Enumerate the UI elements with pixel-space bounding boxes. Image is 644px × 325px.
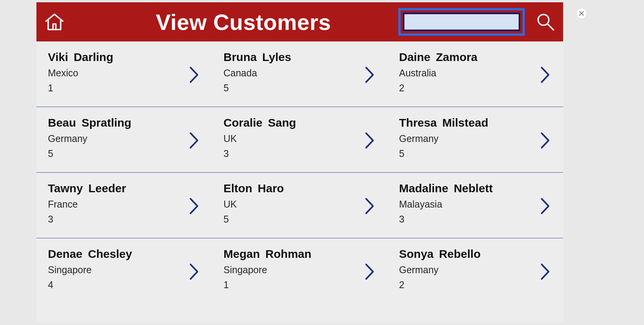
customer-country: UK <box>223 133 380 144</box>
customer-card[interactable]: Elton HaroUK5 <box>212 173 388 238</box>
chevron-right-icon[interactable] <box>188 263 200 280</box>
customer-name: Daine Zamora <box>399 51 555 64</box>
customer-name: Coralie Sang <box>223 116 380 129</box>
customer-row: Tawny LeederFrance3Elton HaroUK5Madaline… <box>36 173 563 238</box>
home-icon[interactable] <box>43 11 66 33</box>
app-window: View Customers Viki DarlingMexico1Bruna … <box>36 2 563 323</box>
customer-count: 1 <box>223 279 380 290</box>
customer-count: 2 <box>399 279 555 290</box>
customer-count: 3 <box>223 148 380 159</box>
customer-card[interactable]: Thresa MilsteadGermany5 <box>388 107 563 172</box>
customer-count: 1 <box>48 82 204 94</box>
customer-count: 5 <box>48 148 204 159</box>
chevron-right-icon[interactable] <box>364 132 375 149</box>
search-input[interactable] <box>404 14 519 30</box>
customer-card[interactable]: Megan RohmanSingapore1 <box>212 238 388 304</box>
chevron-right-icon[interactable] <box>188 132 200 149</box>
search-highlight <box>398 8 525 36</box>
customer-count: 5 <box>223 214 380 225</box>
customer-card[interactable]: Bruna LylesCanada5 <box>212 41 388 107</box>
customer-name: Madaline Neblett <box>399 182 555 195</box>
customer-country: Malayasia <box>399 199 555 210</box>
chevron-right-icon[interactable] <box>364 66 375 84</box>
chevron-right-icon[interactable] <box>364 197 375 215</box>
customer-card[interactable]: Coralie SangUK3 <box>212 107 388 172</box>
customer-count: 3 <box>399 214 555 225</box>
customer-count: 3 <box>48 214 204 225</box>
chevron-right-icon[interactable] <box>539 132 551 149</box>
chevron-right-icon[interactable] <box>364 263 375 280</box>
customer-country: Germany <box>399 264 555 276</box>
customer-row: Viki DarlingMexico1Bruna LylesCanada5Dai… <box>36 41 563 107</box>
customer-count: 5 <box>399 148 555 159</box>
customer-card[interactable]: Beau SpratlingGermany5 <box>36 107 212 172</box>
chevron-right-icon[interactable] <box>539 263 551 280</box>
customer-card[interactable]: Denae ChesleySingapore4 <box>36 238 212 304</box>
customer-name: Beau Spratling <box>48 116 204 129</box>
customer-card[interactable]: Viki DarlingMexico1 <box>36 41 212 107</box>
chevron-right-icon[interactable] <box>188 66 200 84</box>
customer-name: Tawny Leeder <box>48 182 204 195</box>
header-bar: View Customers <box>36 2 563 41</box>
page-title: View Customers <box>96 9 391 35</box>
customer-name: Bruna Lyles <box>223 51 380 64</box>
customer-row: Denae ChesleySingapore4Megan RohmanSinga… <box>36 238 563 304</box>
customer-name: Viki Darling <box>48 51 204 64</box>
customer-card[interactable]: Madaline NeblettMalayasia3 <box>388 173 563 238</box>
close-icon[interactable] <box>577 8 586 18</box>
chevron-right-icon[interactable] <box>539 66 551 84</box>
customer-count: 2 <box>399 82 555 94</box>
customer-country: Mexico <box>48 68 204 79</box>
customer-card[interactable]: Tawny LeederFrance3 <box>36 173 212 238</box>
customer-name: Megan Rohman <box>223 247 380 261</box>
chevron-right-icon[interactable] <box>539 197 551 215</box>
customer-country: UK <box>223 199 380 210</box>
customer-country: Australia <box>399 68 555 79</box>
customer-country: Singapore <box>48 264 204 276</box>
customer-country: Germany <box>48 133 204 144</box>
customer-country: Singapore <box>223 264 380 276</box>
customer-country: Canada <box>223 68 380 79</box>
customer-list[interactable]: Viki DarlingMexico1Bruna LylesCanada5Dai… <box>36 41 563 323</box>
search-icon[interactable] <box>535 11 556 33</box>
svg-line-1 <box>547 24 554 30</box>
chevron-right-icon[interactable] <box>188 197 200 215</box>
customer-name: Sonya Rebello <box>399 247 555 261</box>
customer-country: Germany <box>399 133 555 144</box>
customer-row: Beau SpratlingGermany5Coralie SangUK3Thr… <box>36 107 563 173</box>
customer-count: 5 <box>223 82 380 94</box>
customer-name: Thresa Milstead <box>399 116 555 129</box>
customer-count: 4 <box>48 279 204 290</box>
customer-card[interactable]: Sonya RebelloGermany2 <box>388 238 563 304</box>
customer-name: Elton Haro <box>223 182 380 195</box>
customer-name: Denae Chesley <box>48 247 204 261</box>
customer-card[interactable]: Daine ZamoraAustralia2 <box>388 41 563 107</box>
customer-country: France <box>48 199 204 210</box>
